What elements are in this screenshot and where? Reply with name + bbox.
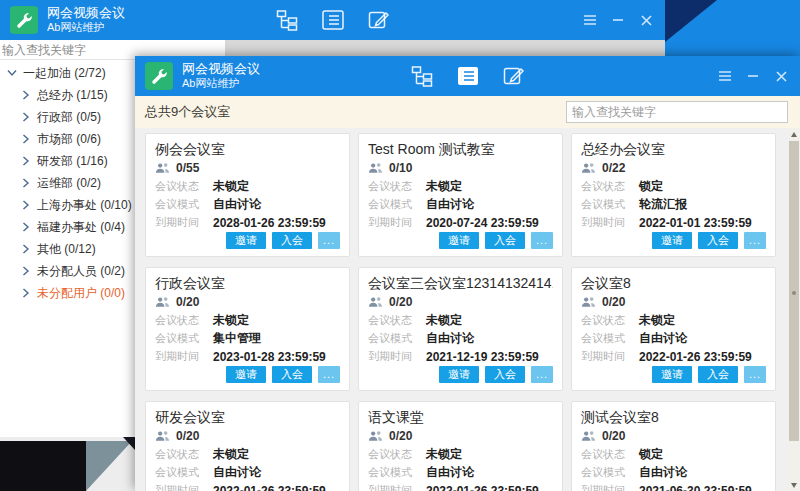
invite-button[interactable]: 邀请 [439, 232, 479, 249]
room-search-input[interactable] [566, 101, 788, 123]
chevron-right-icon[interactable] [20, 287, 32, 299]
join-button[interactable]: 入会 [272, 366, 312, 383]
join-button[interactable]: 入会 [485, 232, 525, 249]
chevron-right-icon[interactable] [20, 133, 32, 145]
status-value: 未锁定 [639, 312, 675, 329]
status-row: 会议状态 未锁定 [155, 177, 340, 195]
participants-icon [368, 430, 383, 442]
mode-value: 自由讨论 [426, 330, 474, 347]
scrollbar-thumb[interactable] [789, 141, 799, 441]
mode-row: 会议模式 轮流汇报 [581, 196, 766, 214]
chevron-right-icon[interactable] [20, 89, 32, 101]
mode-value: 自由讨论 [426, 464, 474, 481]
tree-item-label: 市场部 (0/6) [37, 131, 101, 148]
expire-row: 到期时间 2023-01-28 23:59:59 [155, 348, 340, 366]
join-button[interactable]: 入会 [272, 232, 312, 249]
invite-button[interactable]: 邀请 [652, 232, 692, 249]
minimize-button[interactable] [607, 9, 629, 31]
room-name: 会议室三会议室123141324141三会... [368, 273, 553, 293]
fg-title-block: 网会视频会议 Ab网站维护 [182, 61, 260, 91]
mode-value: 自由讨论 [426, 196, 474, 213]
status-row: 会议状态 未锁定 [368, 177, 553, 195]
mode-row: 会议模式 自由讨论 [368, 464, 553, 482]
chevron-right-icon[interactable] [20, 243, 32, 255]
invite-button[interactable]: 邀请 [439, 366, 479, 383]
expire-value: 2020-07-24 23:59:59 [426, 216, 539, 230]
participant-count: 0/20 [602, 295, 625, 309]
expire-row: 到期时间 2022-01-01 23:59:59 [581, 214, 766, 232]
minimize-button[interactable] [742, 65, 764, 87]
more-button[interactable]: ... [531, 366, 553, 383]
bg-titlebar: 网会视频会议 Ab网站维护 [0, 0, 665, 40]
room-card: 研发会议室 0/20 会议状态 未锁定 会议模式 自由讨论 到期时间 2022-… [145, 401, 350, 491]
tree-item-label: 运维部 (0/2) [37, 175, 101, 192]
room-name: Test Room 测试教室 [368, 139, 553, 159]
room-card: Test Room 测试教室 0/10 会议状态 未锁定 会议模式 自由讨论 到… [358, 133, 563, 257]
scroll-up-icon[interactable] [788, 128, 800, 140]
scroll-down-icon[interactable] [788, 479, 800, 491]
menu-button[interactable] [714, 65, 736, 87]
thumb-grip [792, 291, 796, 295]
room-actions: 邀请 入会 ... [155, 232, 340, 249]
close-button[interactable] [635, 9, 657, 31]
expire-value: 2023-01-28 23:59:59 [213, 350, 326, 364]
room-list-icon[interactable] [320, 7, 346, 33]
participant-count: 0/20 [602, 429, 625, 443]
invite-button[interactable]: 邀请 [226, 232, 266, 249]
mode-row: 会议模式 自由讨论 [368, 196, 553, 214]
expire-value: 2028-01-26 23:59:59 [213, 216, 326, 230]
chevron-right-icon[interactable] [20, 177, 32, 189]
chevron-right-icon[interactable] [20, 155, 32, 167]
expire-value: 2022-01-26 23:59:59 [639, 350, 752, 364]
join-button[interactable]: 入会 [485, 366, 525, 383]
more-button[interactable]: ... [531, 232, 553, 249]
expire-value: 2021-12-19 23:59:59 [426, 350, 539, 364]
chevron-right-icon[interactable] [20, 221, 32, 233]
room-list-icon-active[interactable] [455, 63, 481, 89]
chevron-down-icon[interactable] [6, 67, 18, 79]
status-label: 会议状态 [368, 313, 426, 328]
mode-label: 会议模式 [155, 465, 213, 480]
scrollbar[interactable] [788, 128, 800, 491]
close-button[interactable] [770, 65, 792, 87]
mode-value: 自由讨论 [639, 464, 687, 481]
status-value: 未锁定 [213, 312, 249, 329]
participants-icon [581, 162, 596, 174]
wrench-icon [150, 67, 168, 85]
join-button[interactable]: 入会 [698, 366, 738, 383]
expire-value: 2022-01-26 23:59:59 [213, 484, 326, 491]
more-button[interactable]: ... [318, 232, 340, 249]
participant-count: 0/10 [389, 161, 412, 175]
room-card: 行政会议室 0/20 会议状态 未锁定 会议模式 集中管理 到期时间 2023-… [145, 267, 350, 391]
status-value: 未锁定 [426, 312, 462, 329]
participant-count: 0/20 [176, 429, 199, 443]
more-button[interactable]: ... [744, 366, 766, 383]
expire-value: 2022-01-26 23:59:59 [426, 484, 539, 491]
more-button[interactable]: ... [744, 232, 766, 249]
org-structure-icon[interactable] [409, 63, 435, 89]
chevron-right-icon[interactable] [20, 111, 32, 123]
participants-icon [155, 162, 170, 174]
room-actions: 邀请 入会 ... [368, 366, 553, 383]
chevron-right-icon[interactable] [20, 199, 32, 211]
invite-button[interactable]: 邀请 [226, 366, 266, 383]
compose-icon[interactable] [501, 63, 527, 89]
expire-value: 2022-01-01 23:59:59 [639, 216, 752, 230]
menu-button[interactable] [579, 9, 601, 31]
tree-item-label: 其他 (0/12) [37, 241, 96, 258]
app-logo [10, 6, 38, 34]
compose-icon[interactable] [366, 7, 392, 33]
invite-button[interactable]: 邀请 [652, 366, 692, 383]
tree-item-label: 福建办事处 (0/4) [37, 219, 125, 236]
room-name: 行政会议室 [155, 273, 340, 293]
status-label: 会议状态 [155, 313, 213, 328]
join-button[interactable]: 入会 [698, 232, 738, 249]
org-structure-icon[interactable] [274, 7, 300, 33]
room-card: 语文课堂 0/20 会议状态 未锁定 会议模式 自由讨论 到期时间 2022-0… [358, 401, 563, 491]
room-name: 例会会议室 [155, 139, 340, 159]
expire-row: 到期时间 2020-07-24 23:59:59 [368, 214, 553, 232]
participant-count: 0/20 [389, 295, 412, 309]
mode-label: 会议模式 [581, 465, 639, 480]
chevron-right-icon[interactable] [20, 265, 32, 277]
more-button[interactable]: ... [318, 366, 340, 383]
